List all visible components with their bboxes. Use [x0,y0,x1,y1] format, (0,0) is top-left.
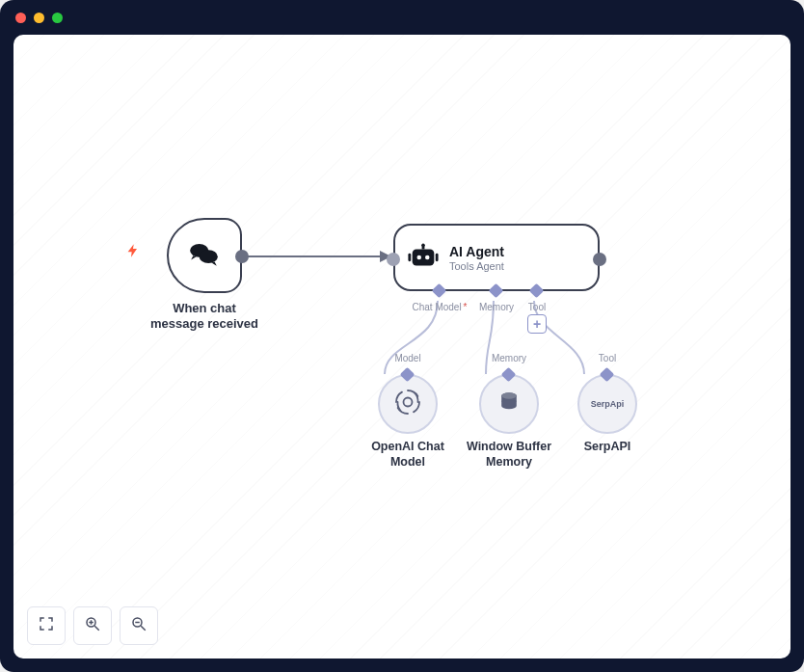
port-openai-in[interactable] [400,367,415,383]
node-serpapi-body[interactable]: Tool SerpApi [577,374,637,434]
window-close-dot[interactable] [15,13,26,23]
port-label-tool: Tool [528,302,546,312]
node-memory-body[interactable]: Memory [479,374,539,434]
window-maximize-dot[interactable] [52,13,63,23]
port-agent-tool[interactable] [529,283,545,299]
node-trigger[interactable]: When chat message received [147,218,262,333]
port-agent-chat-model[interactable] [432,283,447,299]
edges-layer [13,35,791,659]
node-agent-subtitle: Tools Agent [449,260,504,272]
fit-view-button[interactable] [27,606,66,645]
svg-point-3 [200,250,218,263]
node-openai-label: OpenAI Chat Model [355,440,461,470]
svg-point-5 [416,255,421,260]
database-icon [496,390,522,418]
node-agent-title: AI Agent [449,244,504,259]
node-trigger-body[interactable] [167,218,242,293]
node-serpapi-label: SerpAPI [554,440,660,455]
svg-rect-4 [413,250,435,266]
port-label-chat-model: Chat Model* [412,302,467,312]
svg-line-19 [141,626,146,631]
port-label-model: Model [394,353,420,363]
node-openai-body[interactable]: Model [378,374,438,434]
svg-point-13 [501,392,517,399]
app-window: When chat message received [0,0,804,672]
node-serpapi[interactable]: Tool SerpApi SerpAPI [554,374,660,455]
port-serpapi-in[interactable] [600,367,615,383]
node-agent-body[interactable]: AI Agent Tools Agent Chat Model* Memory [393,224,600,291]
canvas-controls [27,606,158,645]
port-label-tool-sub: Tool [599,353,616,363]
zoom-in-button[interactable] [73,606,112,645]
port-label-memory: Memory [479,302,514,312]
zoom-out-button[interactable] [120,606,158,645]
add-tool-button[interactable]: + [527,314,547,334]
svg-line-15 [94,626,99,631]
port-agent-out[interactable] [593,253,606,266]
svg-rect-10 [436,254,439,262]
zoom-in-icon [84,615,101,636]
svg-point-6 [425,255,430,260]
port-label-memory-sub: Memory [492,353,526,363]
bolt-icon [125,243,141,261]
port-memory-in[interactable] [501,367,517,383]
plus-icon: + [533,317,541,331]
serpapi-icon: SerpApi [591,399,625,409]
port-trigger-out[interactable] [235,250,249,263]
zoom-out-icon [130,615,147,636]
svg-point-8 [421,243,425,247]
svg-rect-9 [408,254,411,262]
window-titlebar [0,0,804,35]
svg-point-11 [404,398,413,407]
openai-icon [393,388,422,420]
port-agent-in[interactable] [387,253,400,266]
node-trigger-label: When chat message received [147,301,262,333]
node-window-buffer-memory[interactable]: Memory Window Buffer Memory [456,374,562,470]
workflow-canvas[interactable]: When chat message received [13,35,791,659]
robot-icon [407,241,440,274]
canvas-frame: When chat message received [13,35,791,659]
port-agent-memory[interactable] [489,283,504,299]
node-openai-chat-model[interactable]: Model [355,374,461,470]
node-agent-titles: AI Agent Tools Agent [449,244,504,272]
fit-view-icon [38,615,55,636]
chat-icon [188,237,221,274]
node-agent[interactable]: AI Agent Tools Agent Chat Model* Memory [393,224,600,291]
node-memory-label: Window Buffer Memory [456,440,562,470]
window-minimize-dot[interactable] [34,13,44,23]
